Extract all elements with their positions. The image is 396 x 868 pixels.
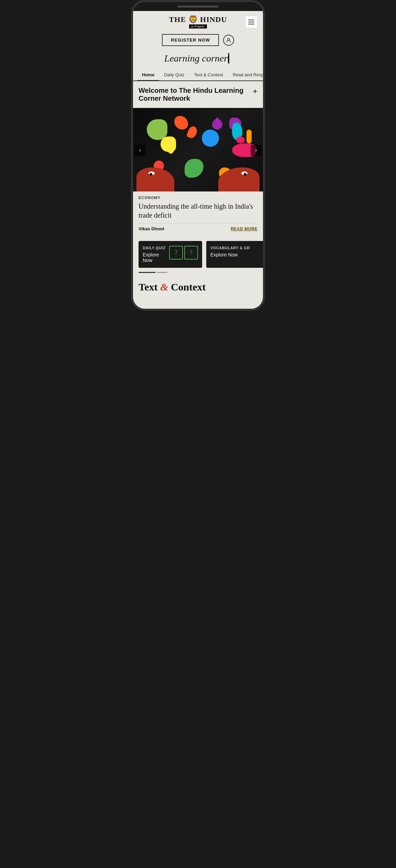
text-context-pre: Text bbox=[139, 281, 160, 293]
welcome-header: Welcome to The Hindu Learning Corner Net… bbox=[139, 87, 257, 102]
quiz-icon-1: ? bbox=[169, 246, 183, 260]
bottom-space bbox=[133, 298, 263, 309]
decoration-blob bbox=[147, 119, 167, 140]
carousel-placeholder bbox=[133, 109, 263, 191]
vocabulary-card[interactable]: VOCABULARY & GR Explore Now bbox=[206, 241, 263, 268]
tab-text-context[interactable]: Text & Context bbox=[189, 69, 228, 81]
article-image: ‹ › bbox=[133, 109, 263, 191]
text-context-title: Text & Context bbox=[139, 281, 257, 293]
hamburger-line-3 bbox=[248, 24, 254, 24]
article-card: ‹ › ECONOMY Understanding the all-time h… bbox=[133, 109, 263, 235]
expand-icon[interactable]: + bbox=[253, 87, 257, 96]
scroll-dot-active bbox=[139, 272, 156, 273]
carousel-prev-button[interactable]: ‹ bbox=[134, 145, 145, 156]
article-author: Vikas Dhoot bbox=[139, 226, 164, 231]
logo-subtitle: e-Paper bbox=[189, 24, 207, 29]
register-button[interactable]: REGISTER NOW bbox=[162, 34, 219, 46]
welcome-title: Welcome to The Hindu Learning Corner Net… bbox=[139, 87, 250, 102]
page-title: Learning corner bbox=[133, 50, 263, 69]
article-title: Understanding the all-time high in India… bbox=[139, 202, 257, 220]
scroll-dot-inactive bbox=[157, 272, 167, 273]
hamburger-line-1 bbox=[248, 20, 254, 20]
article-category: ECONOMY bbox=[139, 196, 257, 200]
carousel-next-button[interactable]: › bbox=[251, 145, 262, 156]
phone-frame: THE 🦁 HINDU e-Paper REGISTER NOW Learnin… bbox=[131, 0, 265, 311]
svg-point-0 bbox=[228, 38, 230, 40]
hamburger-line-2 bbox=[248, 22, 254, 22]
decoration-blob bbox=[174, 116, 188, 130]
promo-cards-row: DAILY QUIZ Explore Now ? ? VOCABULARY & … bbox=[133, 235, 263, 268]
daily-quiz-action: Explore Now bbox=[143, 252, 169, 263]
hamburger-button[interactable] bbox=[245, 16, 257, 28]
article-body: ECONOMY Understanding the all-time high … bbox=[133, 191, 263, 235]
daily-quiz-card-text: DAILY QUIZ Explore Now bbox=[143, 246, 169, 263]
scroll-indicator bbox=[133, 268, 263, 273]
logo: THE 🦁 HINDU e-Paper bbox=[169, 15, 227, 29]
read-more-link[interactable]: READ MORE bbox=[231, 227, 257, 231]
article-footer: Vikas Dhoot READ MORE bbox=[139, 223, 257, 231]
nav-tabs: Home Daily Quiz Text & Context Read and … bbox=[133, 69, 263, 81]
quiz-icon-2: ? bbox=[184, 246, 198, 260]
tab-daily-quiz[interactable]: Daily Quiz bbox=[159, 69, 189, 81]
vocab-label: VOCABULARY & GR bbox=[210, 246, 263, 250]
tab-home[interactable]: Home bbox=[137, 69, 159, 81]
daily-quiz-card[interactable]: DAILY QUIZ Explore Now ? ? bbox=[139, 241, 202, 268]
tab-read-respond[interactable]: Read and Respond bbox=[228, 69, 263, 81]
header: THE 🦁 HINDU e-Paper bbox=[133, 11, 263, 31]
quiz-icon-container: ? ? bbox=[169, 246, 198, 260]
logo-title: THE 🦁 HINDU bbox=[169, 15, 227, 24]
phone-notch bbox=[177, 6, 219, 8]
text-context-post: Context bbox=[168, 281, 206, 293]
decoration-blob bbox=[202, 130, 219, 147]
vocab-card-text: VOCABULARY & GR Explore Now bbox=[210, 246, 263, 257]
daily-quiz-label: DAILY QUIZ bbox=[143, 246, 169, 250]
vocab-action: Explore Now bbox=[210, 252, 263, 257]
user-icon[interactable] bbox=[223, 35, 234, 46]
screen: THE 🦁 HINDU e-Paper REGISTER NOW Learnin… bbox=[133, 11, 263, 309]
text-context-ampersand: & bbox=[160, 281, 168, 293]
text-context-section: Text & Context bbox=[133, 273, 263, 298]
register-row: REGISTER NOW bbox=[133, 31, 263, 50]
welcome-section: Welcome to The Hindu Learning Corner Net… bbox=[133, 81, 263, 109]
